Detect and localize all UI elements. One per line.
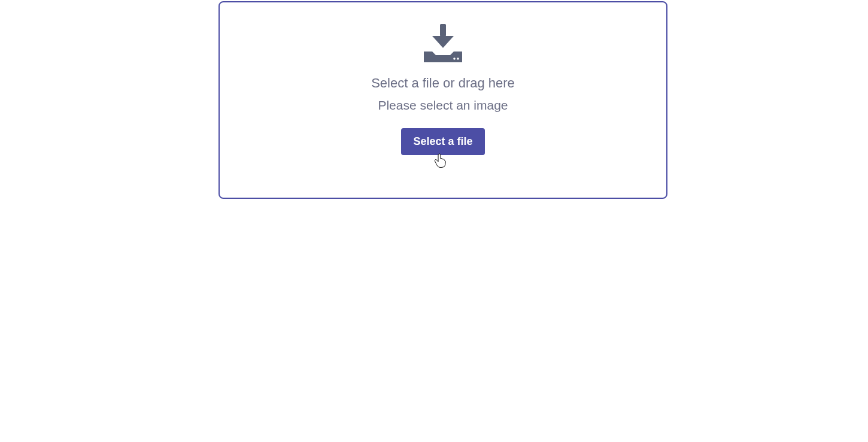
select-file-button[interactable]: Select a file	[401, 128, 484, 155]
svg-point-2	[457, 57, 459, 60]
dropzone-subtitle: Please select an image	[378, 98, 508, 113]
svg-point-1	[453, 57, 456, 60]
upload-icon	[424, 24, 462, 62]
svg-rect-0	[440, 24, 446, 37]
dropzone-title: Select a file or drag here	[371, 75, 515, 91]
file-dropzone[interactable]: Select a file or drag here Please select…	[218, 1, 667, 199]
